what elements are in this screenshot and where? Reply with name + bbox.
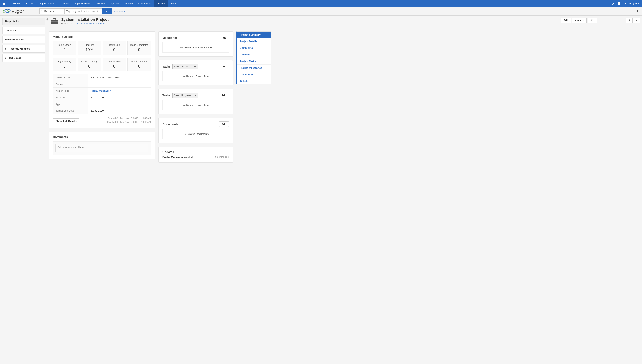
info-icon[interactable]: i — [616, 2, 622, 5]
sidebar-accordion-recently-modified[interactable]: ▶Recently Modified — [3, 45, 45, 52]
svg-rect-6 — [51, 22, 58, 22]
search-scope-select[interactable]: All Records — [39, 8, 65, 14]
gear-icon[interactable] — [622, 2, 628, 5]
sidenav-item-updates[interactable]: Updates — [237, 52, 271, 58]
add-milestone-button[interactable]: Add — [219, 35, 229, 40]
add-task-progress-button[interactable]: Add — [219, 93, 229, 98]
chevron-down-icon: ▼ — [175, 2, 177, 4]
more-button[interactable]: more▼ — [572, 18, 587, 23]
nav-item-quotes[interactable]: Quotes — [108, 0, 122, 7]
milestones-heading: Milestones — [162, 36, 178, 39]
detail-row-target-end-date: Target End Date11-30-2020 — [53, 108, 151, 114]
nav-item-contacts[interactable]: Contacts — [57, 0, 72, 7]
detail-row-project-name: Project NameSystem Installation Project — [53, 74, 151, 81]
detail-row-assigned-to: Assigned ToRaghu Mahaadev — [53, 88, 151, 94]
modified-time-label: Modified On Tue, Nov 19, 2013 at 10:42 A… — [79, 120, 151, 124]
nav-item-invoice[interactable]: Invoice — [122, 0, 135, 7]
update-time: 3 months ago — [214, 156, 229, 158]
sidenav-item-comments[interactable]: Comments — [237, 45, 271, 52]
search-button[interactable] — [102, 8, 112, 14]
sidenav-item-project-summary[interactable]: Project Summary — [237, 32, 271, 38]
nav-item-documents[interactable]: Documents — [135, 0, 154, 7]
nav-item-projects[interactable]: Projects — [154, 0, 168, 7]
milestones-empty: No Related ProjectMilestone — [162, 42, 229, 52]
prev-record-button[interactable] — [626, 18, 633, 23]
stat-card-other-priorities: Other Priorities0 — [127, 58, 151, 72]
nav-item-all[interactable]: All▼ — [168, 0, 179, 7]
edit-button[interactable]: Edit — [561, 18, 571, 23]
add-task-status-button[interactable]: Add — [219, 64, 229, 69]
stat-card-low-priority: Low Priority0 — [103, 58, 126, 72]
search-icon — [105, 10, 108, 12]
svg-text:i: i — [619, 2, 619, 4]
pencil-icon[interactable] — [610, 2, 616, 5]
sidenav-item-project-milestones[interactable]: Project Milestones — [237, 64, 271, 71]
logo-text: vtiger — [12, 8, 24, 14]
tools-button[interactable]: ▼ — [588, 18, 597, 23]
chevron-right-icon — [635, 19, 638, 22]
chevron-down-icon: ▼ — [582, 20, 584, 21]
svg-rect-5 — [53, 18, 56, 20]
sidenav-item-documents[interactable]: Documents — [237, 71, 271, 78]
comments-panel: Comments — [49, 132, 155, 159]
briefcase-icon — [50, 18, 59, 25]
nav-item-leads[interactable]: Leads — [24, 0, 36, 7]
tasks-status-select[interactable]: Select Status — [172, 64, 198, 69]
module-details-heading: Module Details — [53, 35, 151, 38]
caret-right-icon: ▶ — [5, 57, 7, 59]
chevron-left-icon — [628, 19, 630, 22]
comment-input[interactable] — [55, 144, 148, 152]
documents-empty: No Related Documents — [162, 129, 229, 139]
chevron-down-icon: ▼ — [593, 20, 595, 21]
tasks-status-empty: No Related ProjectTask — [162, 71, 229, 81]
page-title: System Installation Project — [61, 18, 109, 22]
sidebar-accordion-tag-cloud[interactable]: ▶Tag Cloud — [3, 54, 45, 62]
nav-item-opportunities[interactable]: Opportunities — [73, 0, 93, 7]
stat-card-tasks-due: Tasks Due0 — [103, 41, 126, 55]
sidenav-item-tickets[interactable]: Tickets — [237, 78, 271, 84]
stat-card-tasks-completed: Tasks Completed0 — [127, 41, 151, 55]
wrench-icon — [590, 19, 593, 22]
nav-item-organizations[interactable]: Organizations — [36, 0, 57, 7]
stat-card-tasks-open: Tasks Open0 — [53, 41, 76, 55]
nav-item-calendar[interactable]: Calendar — [8, 0, 24, 7]
chevron-down-icon: ▼ — [637, 2, 639, 4]
add-document-button[interactable]: Add — [219, 122, 229, 127]
detail-row-status: Status — [53, 81, 151, 88]
svg-point-3 — [5, 9, 10, 12]
tasks-status-heading: Tasks — [162, 65, 170, 68]
quick-create-button[interactable]: + — [636, 8, 638, 14]
show-full-details-button[interactable]: Show Full Details — [53, 118, 79, 124]
tasks-progress-select[interactable]: Select Progress — [172, 93, 198, 98]
logo[interactable]: vtiger — [3, 8, 24, 14]
user-name-label: Raghu — [629, 2, 637, 5]
module-details-panel: Module Details Tasks Open0Progress10%Tas… — [49, 31, 155, 128]
comments-heading: Comments — [53, 135, 151, 138]
sidebar-item-milestones-list[interactable]: Milestones List — [3, 36, 45, 43]
documents-heading: Documents — [162, 122, 178, 126]
sidebar-item-tasks-list[interactable]: Tasks List — [3, 27, 45, 34]
tasks-progress-empty: No Related ProjectTask — [162, 100, 229, 110]
milestones-panel: Milestones Add No Related ProjectMilesto… — [158, 31, 233, 57]
tasks-progress-heading: Tasks — [162, 94, 170, 97]
related-to-label: Related to - — [61, 22, 73, 25]
stat-card-normal-priority: Normal Priority0 — [78, 58, 101, 72]
tasks-status-panel: Tasks Select Status Add No Related Proje… — [158, 60, 233, 86]
sidenav-item-project-details[interactable]: Project Details — [237, 38, 271, 45]
stat-card-high-priority: High Priority0 — [53, 58, 76, 72]
sidenav-item-project-tasks[interactable]: Project Tasks — [237, 58, 271, 64]
detail-row-start-date: Start Date11-19-2020 — [53, 94, 151, 101]
search-input[interactable] — [65, 8, 102, 14]
sidebar-collapse-toggle[interactable] — [45, 16, 49, 168]
home-icon[interactable] — [0, 0, 8, 7]
next-record-button[interactable] — [633, 18, 640, 23]
logo-icon — [3, 8, 11, 14]
sidebar-item-projects-list[interactable]: Projects List — [3, 18, 45, 25]
related-to-link[interactable]: Cras Dictum Ultricies Institute — [74, 22, 104, 25]
advanced-search-link[interactable]: Advanced — [114, 10, 126, 13]
user-menu[interactable]: Raghu ▼ — [628, 2, 642, 5]
nav-item-products[interactable]: Products — [93, 0, 108, 7]
detail-link[interactable]: Raghu Mahaadev — [91, 89, 111, 92]
documents-panel: Documents Add No Related Documents — [158, 118, 233, 143]
created-time-label: Created On Tue, Nov 19, 2013 at 10:42 AM — [79, 116, 151, 120]
